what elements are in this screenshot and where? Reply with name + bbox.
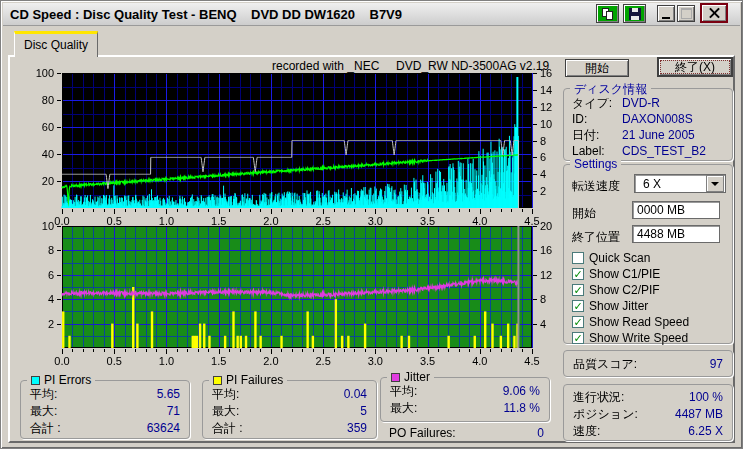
pi-failures-legend-swatch [213,376,222,385]
speed-value: 6 X [639,177,706,191]
quality-score-panel: 品質スコア:97 [563,350,733,377]
pi-errors-legend-swatch [31,376,40,385]
checkbox-show-c2-pif[interactable]: ✓ Show C2/PIF [572,283,660,297]
start-button[interactable]: 開始 [565,59,629,77]
disc-info-title: ディスク情報 [574,81,647,98]
stat-row: 最大:5 [203,403,376,420]
checkbox-icon: ✓ [572,300,584,312]
tab-label: Disc Quality [24,38,88,52]
dropdown-button[interactable] [706,175,724,192]
maximize-button[interactable] [677,5,695,22]
po-failures-row: PO Failures:0 [389,426,544,440]
end-position-label: 終了位置 [572,229,620,245]
speed-select[interactable]: 6 X [634,174,726,193]
window-title: CD Speed : Disc Quality Test - BENQ DVD … [10,7,402,22]
jitter-title: Jitter [404,370,430,384]
save-icon [629,8,641,20]
close-button[interactable] [700,3,728,23]
progress-row: 速度:6.25 X [564,423,732,440]
stat-row: 平均:5.65 [21,386,189,403]
speed-label: 転送速度 [572,178,620,194]
end-position-input[interactable] [632,225,720,243]
stat-row: 平均:9.06 % [381,383,549,400]
jitter-legend-swatch [391,373,400,382]
check-icon: ✓ [573,317,582,327]
checkbox-icon: ✓ [572,252,584,264]
progress-panel: 進行状況:100 % ポジション:4487 MB 速度:6.25 X [563,384,733,441]
pi-failures-panel: PI Failures 平均:0.04 最大:5 合計 :359 [202,380,377,439]
disc-info-panel: ディスク情報 タイプ:DVD-R ID:DAXON008S 日付:21 June… [563,88,733,161]
pi-errors-panel: PI Errors 平均:5.65 最大:71 合計 :63624 [20,380,190,439]
stat-row: 平均:0.04 [203,386,376,403]
stat-row: 合計 :359 [203,420,376,437]
save-button[interactable] [623,4,646,23]
quality-score-row: 品質スコア:97 [564,356,732,373]
chevron-down-icon [711,182,719,186]
stat-row: 最大:71 [21,403,189,420]
start-position-input[interactable] [632,201,720,219]
progress-row: ポジション:4487 MB [564,406,732,423]
checkbox-icon: ✓ [572,268,584,280]
copy-icon [602,8,614,20]
disc-quality-page: recorded with _NEC DVD_RW ND-3500AG v2.1… [8,55,735,443]
settings-title: Settings [574,157,617,171]
checkbox-quick-scan[interactable]: ✓ Quick Scan [572,251,650,265]
exit-button[interactable]: 終了(X) [657,57,733,77]
check-icon: ✓ [573,285,582,295]
checkbox-show-write-speed[interactable]: ✓ Show Write Speed [572,331,688,345]
start-position-label: 開始 [572,205,596,221]
check-icon: ✓ [573,333,582,343]
maximize-icon [681,8,692,19]
check-icon: ✓ [573,301,582,311]
checkbox-icon: ✓ [572,284,584,296]
check-icon: ✓ [573,269,582,279]
checkbox-show-read-speed[interactable]: ✓ Show Read Speed [572,315,689,329]
minimize-button[interactable] [657,5,675,22]
checkbox-show-c1-pie[interactable]: ✓ Show C1/PIE [572,267,660,281]
tab-disc-quality[interactable]: Disc Quality [14,31,98,57]
settings-panel: Settings 転送速度 6 X 開始 終了位置 ✓ Quick Scan ✓… [563,164,733,344]
checkbox-show-jitter[interactable]: ✓ Show Jitter [572,299,648,313]
jitter-panel: Jitter 平均:9.06 % 最大:11.8 % [380,377,550,422]
pi-errors-chart-canvas [30,60,570,226]
minimize-icon [662,17,670,19]
stat-row: 合計 :63624 [21,420,189,437]
stat-row: 最大:11.8 % [381,400,549,417]
progress-row: 進行状況:100 % [564,389,732,406]
pi-errors-title: PI Errors [44,373,91,387]
checkbox-icon: ✓ [572,332,584,344]
pif-jitter-chart-canvas [30,216,570,368]
disc-info-row: 日付:21 June 2005 [572,127,732,143]
checkbox-icon: ✓ [572,316,584,328]
pi-failures-title: PI Failures [226,373,283,387]
copy-button[interactable] [596,4,619,23]
close-icon [709,8,720,19]
disc-info-row: ID:DAXON008S [572,111,732,127]
